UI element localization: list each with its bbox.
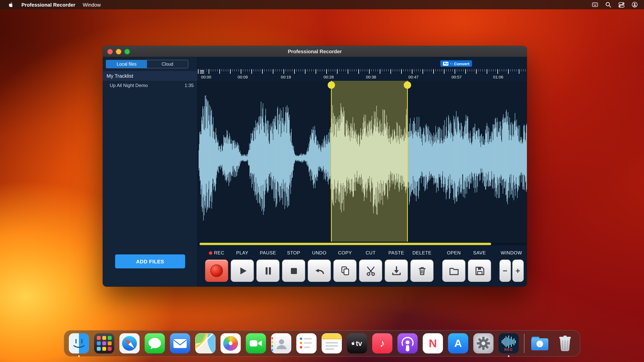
- rec-label: REC: [209, 250, 224, 256]
- dock-item-app-store[interactable]: A: [448, 333, 468, 354]
- zoom-button[interactable]: [124, 49, 130, 54]
- waveform-scrollbar[interactable]: [198, 242, 527, 245]
- ruler-ticks: [198, 69, 527, 74]
- dock-item-mail[interactable]: [170, 333, 190, 354]
- editor-area: Aa ↑↓ Convert 00:00 00:09 00:19 00:28 00…: [198, 57, 527, 287]
- scissors-icon: [364, 265, 377, 277]
- toolbar-save: SAVE: [468, 250, 491, 282]
- menu-bar: Professional Recorder Window: [0, 0, 644, 9]
- convert-label: Convert: [454, 61, 470, 66]
- dock-item-photos[interactable]: [220, 333, 241, 354]
- paste-button[interactable]: [384, 259, 408, 282]
- waveform-display[interactable]: [198, 81, 527, 242]
- timeline-label: 00:57: [452, 75, 462, 79]
- timeline-label: 00:09: [238, 75, 248, 79]
- stop-icon: [288, 265, 300, 277]
- dock-item-reminders[interactable]: [296, 333, 316, 354]
- dock-item-news[interactable]: N: [423, 333, 443, 354]
- tab-local-files[interactable]: Local files: [106, 60, 147, 68]
- add-files-button[interactable]: ADD FILES: [115, 254, 185, 268]
- control-center-icon[interactable]: [618, 1, 624, 8]
- pause-button[interactable]: [256, 259, 280, 282]
- professional-recorder-window: Professional Recorder Local files Cloud …: [103, 46, 527, 287]
- undo-icon: [313, 265, 325, 277]
- dock-item-apple-tv[interactable]: tv: [347, 333, 367, 354]
- toolbar-pause: PAUSE: [256, 250, 280, 282]
- ruler-menu-icon[interactable]: [199, 69, 205, 74]
- timeline-ruler[interactable]: 00:00 00:09 00:19 00:28 00:38 00:47 00:5…: [198, 69, 527, 81]
- traffic-lights: [107, 49, 130, 54]
- minimize-button[interactable]: [116, 49, 121, 54]
- dock-item-launchpad[interactable]: [94, 333, 114, 354]
- dock: tv ♪ N A REC: [64, 330, 580, 357]
- play-icon: [236, 265, 248, 277]
- apple-menu[interactable]: [8, 1, 14, 8]
- timeline-label: 00:00: [201, 75, 211, 79]
- tab-cloud[interactable]: Cloud: [147, 60, 188, 68]
- search-icon[interactable]: [605, 1, 611, 8]
- sidebar: Local files Cloud My Tracklist Up All Ni…: [103, 57, 198, 287]
- dock-item-music[interactable]: ♪: [372, 333, 392, 354]
- toolbar-rec: REC: [205, 250, 228, 282]
- finder-icon: [69, 333, 89, 354]
- stop-button[interactable]: [282, 259, 305, 282]
- dock-item-safari[interactable]: [120, 333, 140, 354]
- professional-recorder-icon: REC: [498, 333, 519, 354]
- convert-button[interactable]: Aa ↑↓ Convert: [440, 60, 472, 67]
- dock-item-professional-recorder[interactable]: REC: [498, 333, 519, 354]
- scrollbar-thumb[interactable]: [200, 243, 491, 245]
- dock-item-settings[interactable]: [473, 333, 494, 354]
- maps-icon: [195, 333, 216, 354]
- track-list-item[interactable]: Up All Night Demo 1:35: [103, 81, 198, 90]
- downloads-folder-icon: ↓: [530, 333, 550, 354]
- toolbar-stop: STOP: [282, 250, 305, 282]
- undo-button[interactable]: [308, 259, 331, 282]
- notes-icon: [322, 333, 342, 354]
- dock-item-downloads[interactable]: ↓: [530, 333, 550, 354]
- menubar-window-menu[interactable]: Window: [83, 2, 101, 7]
- dock-item-notes[interactable]: [322, 333, 342, 354]
- copy-button[interactable]: [333, 259, 356, 282]
- news-icon: N: [423, 333, 443, 354]
- dock-separator: [524, 334, 524, 353]
- menubar-app-name[interactable]: Professional Recorder: [22, 2, 75, 7]
- cut-button[interactable]: [359, 259, 382, 282]
- reminders-icon: [296, 333, 316, 354]
- window-plus-button[interactable]: +: [512, 259, 524, 282]
- floppy-icon: [474, 265, 486, 277]
- delete-button[interactable]: [410, 259, 434, 282]
- mail-icon: [170, 333, 190, 354]
- save-button[interactable]: [468, 259, 491, 282]
- timeline-label: 01:06: [493, 75, 504, 79]
- download-arrow-icon: ↓: [536, 341, 543, 347]
- dock-item-trash[interactable]: [555, 333, 575, 354]
- window-minus-button[interactable]: −: [499, 259, 511, 282]
- dock-item-contacts[interactable]: [271, 333, 291, 354]
- transport-toolbar: REC PLAY PAUSE: [205, 250, 524, 282]
- play-button[interactable]: [230, 259, 254, 282]
- window-titlebar[interactable]: Professional Recorder: [103, 46, 527, 57]
- user-icon[interactable]: [632, 1, 638, 8]
- copy-icon: [339, 265, 351, 277]
- dock-item-facetime[interactable]: [246, 333, 266, 354]
- record-button[interactable]: [205, 259, 228, 282]
- open-button[interactable]: [442, 259, 466, 282]
- dock-item-maps[interactable]: [195, 333, 216, 354]
- dock-item-podcasts[interactable]: [398, 333, 418, 354]
- running-indicator: [78, 356, 80, 357]
- dock-item-messages[interactable]: [145, 333, 165, 354]
- toolbar-window: WINDOW − +: [499, 250, 524, 282]
- svg-text:REC: REC: [504, 348, 513, 352]
- running-indicator: [508, 356, 510, 357]
- timeline-label: 00:28: [324, 75, 334, 79]
- toolbar-undo: UNDO: [308, 250, 331, 282]
- convert-aa-icon: Aa: [443, 62, 448, 65]
- toolbar-copy: COPY: [333, 250, 356, 282]
- keyboard-icon[interactable]: [592, 1, 598, 8]
- desktop: Professional Recorder Window: [0, 0, 644, 362]
- timeline-label: 00:19: [281, 75, 291, 79]
- convert-arrows-icon: ↑↓: [450, 62, 453, 65]
- close-button[interactable]: [107, 49, 113, 54]
- dock-item-finder[interactable]: [69, 333, 89, 354]
- file-source-tabs: Local files Cloud: [106, 60, 188, 68]
